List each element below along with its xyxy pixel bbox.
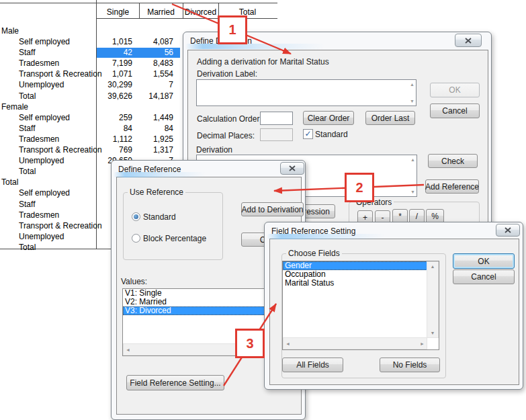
field-reference-setting-dialog: Field Reference Setting Choose Fields Ge… [264,222,523,390]
value-cell[interactable]: 259 [98,112,132,123]
no-fields-button[interactable]: No Fields [380,358,440,372]
value-cell[interactable]: 56 [136,47,173,58]
decimal-places-caption: Decimal Places: [197,131,255,140]
value-cell[interactable]: 30,299 [98,79,132,90]
column-header-single[interactable]: Single [97,7,139,17]
all-fields-button[interactable]: All Fields [282,358,343,372]
block-percentage-radio[interactable] [132,234,140,243]
vertical-scrollbar[interactable]: ▲ ▼ [427,261,439,338]
value-cell[interactable]: 7 [136,79,173,90]
ok-button[interactable]: OK [453,253,515,269]
table-header-rule [96,18,277,19]
value-cell[interactable]: 4,087 [136,36,173,47]
calculation-order-caption: Calculation Order: [197,114,262,124]
choose-fields-group-label: Choose Fields [286,249,342,258]
scroll-up-icon[interactable]: ▲ [410,82,414,87]
derivation-label-input[interactable]: ▲ ▼ [196,79,417,106]
standard-radio[interactable] [132,212,140,221]
field-list-item[interactable]: Marital Status [283,279,427,288]
field-reference-setting-panel: Choose Fields GenderOccupationMarital St… [269,239,519,385]
derivation-label-caption: Derivation Label: [197,69,257,79]
cancel-button[interactable]: Cancel [453,269,515,284]
block-percentage-radio-label: Block Percentage [143,234,206,243]
derivation-section-caption: Derivation [196,145,232,155]
value-cell[interactable]: 1,071 [98,69,132,79]
value-cell[interactable]: 7,199 [98,58,132,69]
scroll-up-icon[interactable]: ▲ [410,157,415,162]
add-to-derivation-button[interactable]: Add to Derivation [241,202,304,216]
use-reference-group-label: Use Reference [128,187,185,197]
horizontal-scrollbar[interactable]: ◄ ► [283,337,427,349]
value-cell[interactable]: 1,449 [136,112,173,123]
ok-button[interactable]: OK [430,83,480,97]
define-reference-title: Define Reference [118,165,181,174]
value-cell[interactable]: 1,554 [136,69,173,79]
field-reference-setting-button[interactable]: Field Reference Setting... [126,375,224,390]
scroll-up-icon[interactable]: ▲ [431,262,435,271]
fields-listbox[interactable]: GenderOccupationMarital Status ▲ ▼ ◄ ► [282,261,439,350]
value-cell[interactable]: 1,015 [98,36,132,47]
field-reference-setting-title: Field Reference Setting [271,226,355,236]
value-cell[interactable]: 84 [136,123,173,134]
value-cell[interactable]: 1,317 [136,144,173,155]
standard-checkbox-label: Standard [315,130,348,139]
fields-list: GenderOccupationMarital Status [283,261,427,288]
value-cell[interactable]: 769 [98,144,132,155]
scroll-left-icon[interactable]: ◄ [124,347,132,352]
close-icon[interactable] [455,34,482,47]
value-cell[interactable]: 8,483 [136,58,173,69]
clear-order-button[interactable]: Clear Order [303,111,354,125]
callout-box-2: 2 [345,173,374,202]
standard-radio-label: Standard [143,212,176,222]
value-cell[interactable]: 42 [98,47,132,58]
values-caption: Values: [121,277,147,286]
value-cell[interactable]: 14,187 [136,91,173,101]
check-button[interactable]: Check [428,154,478,168]
add-reference-button[interactable]: Add Reference [425,179,479,194]
value-cell[interactable]: 1,112 [98,134,132,144]
value-cell[interactable]: 1,925 [136,134,173,144]
decimal-places-input[interactable] [260,128,293,141]
callout-box-3: 3 [235,329,265,358]
value-cell[interactable]: 39,626 [98,91,132,101]
calculation-order-input[interactable] [260,112,293,125]
column-header-married[interactable]: Married [139,7,183,17]
close-icon[interactable] [280,162,304,175]
scroll-down-icon[interactable]: ▼ [431,329,435,337]
scroll-left-icon[interactable]: ◄ [283,341,292,346]
scroll-right-icon[interactable]: ► [418,341,427,346]
derivation-info-text: Adding a derivation for Marital Status [197,57,329,67]
screen: Single Married Divorced Total MaleSelf e… [0,0,526,420]
standard-checkbox[interactable]: ✓ [303,129,313,139]
value-cell[interactable]: 84 [98,123,132,134]
column-header-divorced[interactable]: Divorced [183,7,218,17]
order-last-button[interactable]: Order Last [365,111,415,125]
use-reference-group [123,192,223,260]
scroll-down-icon[interactable]: ▼ [410,190,415,194]
close-icon[interactable] [496,224,520,237]
callout-box-1: 1 [218,15,247,44]
scroll-down-icon[interactable]: ▼ [410,99,414,103]
cancel-button[interactable]: Cancel [430,103,480,118]
